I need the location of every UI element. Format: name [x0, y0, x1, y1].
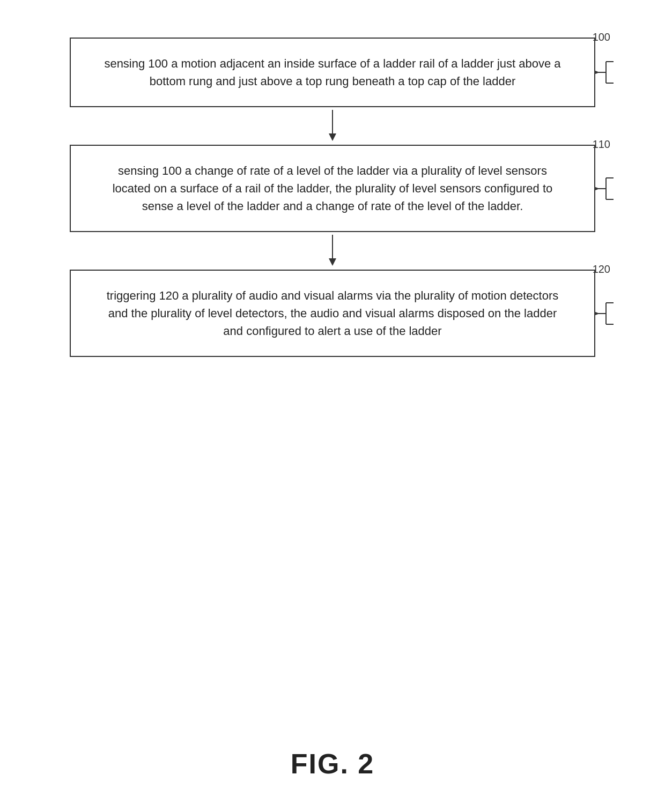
flow-box-120: 120 triggering 120 a plurality of audio … [70, 270, 595, 357]
svg-marker-6 [595, 312, 600, 315]
box-text-100: sensing 100 a motion adjacent an inside … [104, 57, 560, 88]
box-label-120: 120 [593, 261, 610, 277]
svg-marker-5 [329, 258, 336, 266]
svg-marker-2 [329, 133, 336, 141]
bracket-right-120 [595, 297, 615, 330]
box-label-110: 110 [593, 136, 610, 152]
box-text-120: triggering 120 a plurality of audio and … [107, 289, 559, 338]
svg-marker-0 [595, 71, 600, 74]
bracket-right-100 [595, 56, 615, 88]
flow-box-100: 100 sensing 100 a motion adjacent an ins… [70, 38, 595, 107]
arrow-connector-1 [324, 107, 341, 145]
flow-box-110: 110 sensing 100 a change of rate of a le… [70, 145, 595, 232]
arrow-connector-2 [324, 232, 341, 270]
svg-marker-3 [595, 187, 600, 190]
box-text-110: sensing 100 a change of rate of a level … [113, 164, 553, 213]
bracket-right-110 [595, 173, 615, 205]
diagram-container: 100 sensing 100 a motion adjacent an ins… [21, 21, 644, 758]
box-label-100: 100 [593, 29, 610, 45]
figure-label: FIG. 2 [291, 748, 374, 780]
